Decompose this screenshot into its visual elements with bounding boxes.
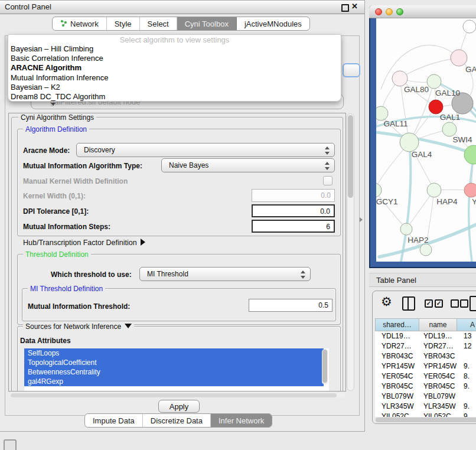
table-window: ⚙ ✓ ✓ shared… name A YDL19…YDL19…13YDR27… [372,291,476,424]
table-cell [457,351,476,361]
network-edge[interactable] [469,155,474,262]
network-edge[interactable] [381,45,459,89]
node-label: SWI4 [452,135,472,144]
tab-style-label: Style [115,19,132,28]
tab-discretize-data[interactable]: Discretize Data [143,414,211,427]
table-cell: 9 [457,412,476,417]
network-node[interactable] [427,183,441,197]
data-attribute-item[interactable]: gal4RGexp [24,377,324,386]
table-row[interactable]: YDR27…YDR27…12 [375,341,476,351]
tab-impute-data[interactable]: Impute Data [85,414,143,427]
tab-cyni-toolbox[interactable]: Cyni Toolbox [177,17,237,30]
network-node[interactable] [376,106,388,120]
tab-select[interactable]: Select [140,17,177,30]
network-node[interactable] [420,244,432,256]
network-edge[interactable] [400,58,459,79]
table-row[interactable]: YDL19…YDL19…13 [375,331,476,341]
table-panel-bar[interactable]: Table Panel [369,273,476,287]
page-icon[interactable] [470,296,476,311]
table-row[interactable]: YPR145WYPR145W9. [375,361,476,371]
panel-collapse-handle[interactable] [360,217,363,222]
close-icon[interactable]: ✕ [351,2,358,11]
table-cell: YDR27… [419,341,457,351]
mi-steps-field[interactable]: 6 [252,220,335,233]
table-cell: YDR27… [375,341,419,351]
mi-threshold-field[interactable]: 0.5 [249,299,332,312]
unchecked-box-icon[interactable] [451,299,459,308]
algorithm-combo-fragment[interactable] [343,63,360,77]
aracne-mode-label: Aracne Mode: [23,146,70,155]
network-node[interactable] [464,145,476,164]
apply-button[interactable]: Apply [158,400,200,413]
bottom-tabbar: Impute Data Discretize Data Infer Networ… [84,413,272,428]
zoom-traffic-light[interactable] [396,8,403,15]
table-row[interactable]: YIL052CYIL052C9 [375,412,476,417]
node-label: GAL1 [440,113,461,122]
column-layout-icon[interactable] [402,296,415,311]
tab-style[interactable]: Style [107,17,140,30]
table-row[interactable]: YLR345WYLR345W9. [375,402,476,412]
dpi-tolerance-field[interactable]: 0.0 [252,204,335,217]
minimize-traffic-light[interactable] [386,8,393,15]
close-traffic-light[interactable] [375,8,382,15]
data-attribute-item[interactable]: TopologicalCoefficient [24,358,324,367]
network-node[interactable] [463,20,476,33]
tab-jactivemnodules[interactable]: jActiveMNodules [237,17,309,30]
aracne-mode-combo[interactable]: Discovery [76,143,335,157]
sources-title[interactable]: Sources for Network Inference [23,322,134,331]
data-attribute-item[interactable]: SelfLoops [24,348,324,358]
checked-box-icon[interactable]: ✓ [435,299,443,308]
settings-vertical-scrollbar[interactable] [347,113,354,391]
tab-cyni-toolbox-label: Cyni Toolbox [185,19,229,28]
which-threshold-combo[interactable]: MI Threshold [139,267,311,281]
algorithm-option[interactable]: ARACNE Algorithm [8,63,341,73]
network-node[interactable] [392,71,407,86]
which-threshold-value: MI Threshold [147,270,188,278]
float-window-icon[interactable] [341,4,349,12]
attributes-scrollbar[interactable] [322,349,328,384]
gear-icon[interactable]: ⚙ [381,295,392,309]
table-row[interactable]: YER054CYER054C8. [375,371,476,381]
algorithm-dropdown-placeholder: Select algorithm to view settings [8,35,341,44]
checked-box-icon[interactable]: ✓ [425,299,433,308]
sources-title-label: Sources for Network Inference [25,322,121,331]
settings-horizontal-scrollbar[interactable] [9,393,345,398]
unchecked-box-icon[interactable] [460,299,468,308]
combo-stepper-icon [300,270,305,279]
control-panel-titlebar[interactable]: Control Panel ✕ [0,1,364,14]
hub-definition-expander[interactable]: Hub/Transcription Factor Definition [23,239,145,247]
tab-discretize-data-label: Discretize Data [151,416,203,425]
column-header-clipped[interactable]: A [457,318,476,331]
table-row[interactable]: YBR045CYBR045C9. [375,381,476,392]
algorithm-option[interactable]: Basic Correlation Inference [8,54,341,63]
tab-infer-network[interactable]: Infer Network [211,414,272,427]
tab-network[interactable]: Network [53,17,107,30]
minimized-panel-icon[interactable] [4,439,17,450]
network-node[interactable] [400,223,412,235]
network-node[interactable] [400,133,419,152]
column-header-shared-name[interactable]: shared… [375,318,419,331]
network-canvas[interactable]: GALGAL80GAL10GAL1GAL11SWI4GAL4GCY1HAP4YH… [376,18,476,262]
kernel-width-field[interactable]: 0.0 [252,189,335,202]
network-node[interactable] [451,50,467,66]
network-edge[interactable] [376,190,406,229]
algorithm-option[interactable]: Bayesian – Hill Climbing [8,44,341,54]
network-node[interactable] [376,183,382,197]
algorithm-option[interactable]: Mutual Information Inference [8,73,341,83]
network-window-titlebar[interactable] [369,5,476,18]
network-node[interactable] [429,100,443,114]
table-horizontal-scrollbar[interactable] [374,417,476,423]
column-header-name[interactable]: name [419,318,457,331]
table-cell: YBR045C [375,381,419,392]
table-row[interactable]: YBR043CYBR043C [375,351,476,361]
network-node[interactable] [442,122,457,136]
network-node[interactable] [464,183,476,197]
algorithm-option[interactable]: Bayesian – K2 [8,83,341,92]
table-row[interactable]: YBL079WYBL079W [375,392,476,402]
mi-type-combo[interactable]: Naive Bayes [161,158,335,172]
algorithm-option[interactable]: Dream8 DC_TDC Algorithm [8,92,341,102]
manual-kernel-checkbox[interactable] [323,176,332,185]
table-cell: 9. [457,381,476,392]
network-node[interactable] [427,74,441,89]
data-attribute-item[interactable]: BetweennessCentrality [24,367,324,377]
